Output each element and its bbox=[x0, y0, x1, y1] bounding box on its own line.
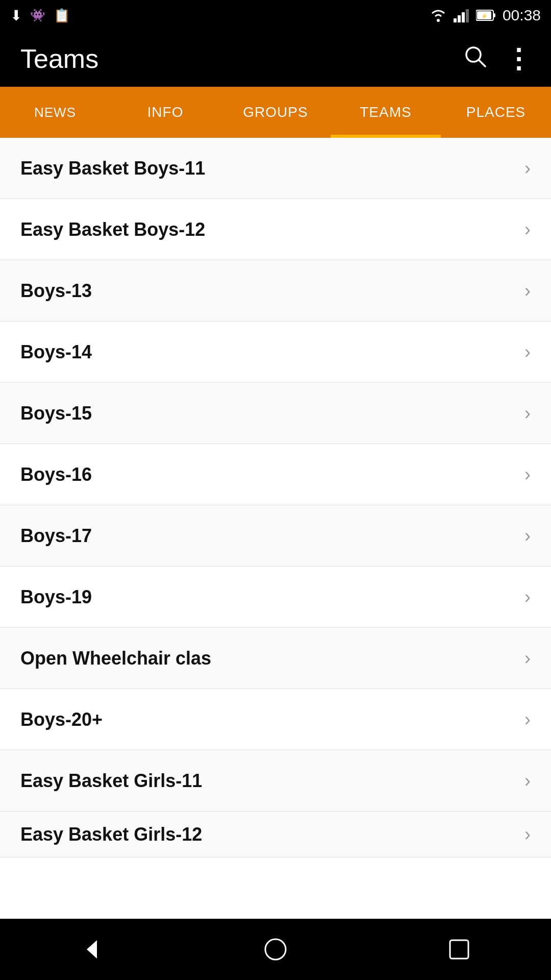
chevron-right-icon: › bbox=[524, 648, 531, 669]
svg-rect-4 bbox=[466, 9, 469, 22]
svg-rect-2 bbox=[458, 15, 461, 22]
tab-news[interactable]: NEWS bbox=[0, 87, 110, 138]
svg-rect-1 bbox=[454, 18, 457, 22]
bug-icon: 👾 bbox=[30, 8, 45, 22]
svg-marker-11 bbox=[87, 940, 97, 959]
home-button[interactable] bbox=[262, 936, 289, 963]
svg-text:⚡: ⚡ bbox=[481, 13, 488, 19]
status-bar: ⬇ 👾 📋 ⚡ 00:38 bbox=[0, 0, 551, 31]
list-item[interactable]: Boys-13 › bbox=[0, 260, 551, 322]
app-bar-icons: ⋮ bbox=[463, 44, 531, 74]
svg-rect-3 bbox=[462, 12, 465, 22]
chevron-right-icon: › bbox=[524, 824, 531, 845]
list-item[interactable]: Easy Basket Girls-11 › bbox=[0, 750, 551, 812]
wifi-icon bbox=[429, 8, 447, 22]
recent-apps-button[interactable] bbox=[446, 936, 472, 963]
chevron-right-icon: › bbox=[524, 158, 531, 179]
chevron-right-icon: › bbox=[524, 770, 531, 792]
signal-icon bbox=[454, 8, 470, 22]
chevron-right-icon: › bbox=[524, 525, 531, 547]
status-bar-right: ⚡ 00:38 bbox=[429, 7, 541, 24]
chevron-right-icon: › bbox=[524, 341, 531, 363]
tab-places[interactable]: PLACES bbox=[441, 87, 551, 138]
tab-info[interactable]: INFO bbox=[110, 87, 220, 138]
battery-icon: ⚡ bbox=[476, 9, 496, 21]
status-time: 00:38 bbox=[503, 7, 541, 24]
more-options-icon[interactable]: ⋮ bbox=[505, 45, 531, 72]
chevron-right-icon: › bbox=[524, 403, 531, 424]
list-item[interactable]: Open Wheelchair clas › bbox=[0, 628, 551, 689]
chevron-right-icon: › bbox=[524, 280, 531, 302]
list-item[interactable]: Easy Basket Girls-12 › bbox=[0, 812, 551, 857]
chevron-right-icon: › bbox=[524, 219, 531, 240]
tab-groups[interactable]: GROUPS bbox=[220, 87, 331, 138]
app-title: Teams bbox=[20, 43, 98, 74]
navigation-bar bbox=[0, 919, 551, 980]
status-bar-left: ⬇ 👾 📋 bbox=[10, 7, 70, 24]
list-item[interactable]: Boys-14 › bbox=[0, 322, 551, 383]
list-item[interactable]: Easy Basket Boys-11 › bbox=[0, 138, 551, 199]
svg-line-10 bbox=[479, 60, 485, 66]
back-button[interactable] bbox=[79, 936, 105, 963]
svg-rect-13 bbox=[450, 940, 468, 959]
list-item[interactable]: Boys-20+ › bbox=[0, 689, 551, 750]
tab-bar: NEWS INFO GROUPS TEAMS PLACES bbox=[0, 87, 551, 138]
team-list: Easy Basket Boys-11 › Easy Basket Boys-1… bbox=[0, 138, 551, 919]
app-bar: Teams ⋮ bbox=[0, 31, 551, 87]
list-item[interactable]: Boys-15 › bbox=[0, 383, 551, 444]
chevron-right-icon: › bbox=[524, 586, 531, 608]
chevron-right-icon: › bbox=[524, 709, 531, 730]
list-item[interactable]: Boys-19 › bbox=[0, 567, 551, 628]
tab-teams[interactable]: TEAMS bbox=[331, 87, 441, 138]
download-icon: ⬇ bbox=[10, 7, 22, 24]
search-icon[interactable] bbox=[463, 44, 487, 74]
svg-rect-7 bbox=[493, 13, 495, 17]
clipboard-icon: 📋 bbox=[54, 8, 70, 23]
chevron-right-icon: › bbox=[524, 464, 531, 485]
list-item[interactable]: Boys-17 › bbox=[0, 505, 551, 567]
list-item[interactable]: Boys-16 › bbox=[0, 444, 551, 505]
svg-point-0 bbox=[437, 19, 440, 22]
svg-point-12 bbox=[265, 939, 286, 960]
list-item[interactable]: Easy Basket Boys-12 › bbox=[0, 199, 551, 260]
